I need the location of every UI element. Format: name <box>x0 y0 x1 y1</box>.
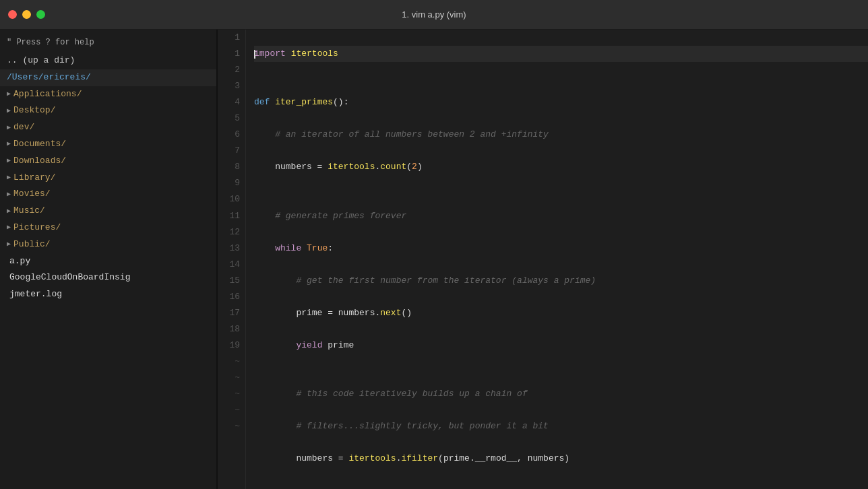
current-dir-label: /Users/ericreis/ <box>7 71 91 85</box>
dir-label: Public/ <box>13 238 51 252</box>
line-number: 6 <box>218 127 240 143</box>
arrow-icon: ▶ <box>7 239 11 250</box>
line-number: 2 <box>218 62 240 78</box>
arrow-icon: ▶ <box>7 139 11 150</box>
code-editor[interactable]: 1 1 2 3 4 5 6 7 8 9 10 11 12 13 14 15 16… <box>218 30 868 489</box>
line-number: 11 <box>218 208 240 224</box>
sidebar-item-documents[interactable]: ▶ Documents/ <box>0 136 216 153</box>
dir-label: Library/ <box>13 171 55 185</box>
dir-label: Applications/ <box>13 88 82 102</box>
arrow-icon: ▶ <box>7 89 11 100</box>
line-number: 9 <box>218 175 240 191</box>
sidebar-item-apy[interactable]: a.py <box>0 253 216 270</box>
line-number-tilde: ~ <box>218 418 240 434</box>
arrow-icon: ▶ <box>7 172 11 183</box>
code-line-9: prime = numbers.next() <box>254 305 868 321</box>
code-line-13: # filters...slightly tricky, but ponder … <box>254 418 868 434</box>
line-number: 19 <box>218 337 240 354</box>
sidebar-item-pictures[interactable]: ▶ Pictures/ <box>0 220 216 236</box>
sidebar-item-googlecloud[interactable]: GoogleCloudOnBoardInsig <box>0 269 216 286</box>
minimize-button[interactable] <box>22 10 31 19</box>
arrow-icon: ▶ <box>7 156 11 166</box>
arrow-icon: ▶ <box>7 189 11 200</box>
traffic-lights <box>8 10 45 19</box>
file-label: jmeter.log <box>9 288 62 302</box>
file-label: GoogleCloudOnBoardInsig <box>9 271 130 285</box>
line-number-tilde: ~ <box>218 402 240 418</box>
line-number: 12 <box>218 224 240 240</box>
line-number: 18 <box>218 321 240 337</box>
line-number: 1 <box>218 46 240 62</box>
code-line-10: yield prime <box>254 337 868 354</box>
arrow-icon: ▶ <box>7 106 11 117</box>
line-number: 13 <box>218 240 240 257</box>
code-line-4: numbers = itertools.count(2) <box>254 159 868 175</box>
line-number: 5 <box>218 110 240 127</box>
code-line-2: def iter_primes(): <box>254 94 868 110</box>
sidebar-item-desktop[interactable]: ▶ Desktop/ <box>0 102 216 119</box>
main-area: " Press ? for help .. (up a dir) /Users/… <box>0 30 868 489</box>
dir-label: Music/ <box>13 204 45 218</box>
code-line-1: import itertools <box>254 46 868 62</box>
dir-label: Desktop/ <box>13 104 55 118</box>
maximize-button[interactable] <box>36 10 45 19</box>
file-label: a.py <box>9 255 30 269</box>
code-line-14: numbers = itertools.ifilter(prime.__rmod… <box>254 451 868 467</box>
line-number: 10 <box>218 191 240 207</box>
sidebar-header: " Press ? for help <box>0 35 216 53</box>
sidebar-item-music[interactable]: ▶ Music/ <box>0 203 216 220</box>
sidebar-item-dev[interactable]: ▶ dev/ <box>0 119 216 136</box>
line-number: 14 <box>218 257 240 273</box>
arrow-icon: ▶ <box>7 222 11 233</box>
sidebar-item-jmeter[interactable]: jmeter.log <box>0 286 216 303</box>
line-number-tilde: ~ <box>218 370 240 386</box>
line-numbers-gutter: 1 1 2 3 4 5 6 7 8 9 10 11 12 13 14 15 16… <box>218 30 246 489</box>
line-number: 17 <box>218 305 240 321</box>
window-title: 1. vim a.py (vim) <box>402 9 466 20</box>
dir-label: Pictures/ <box>13 221 61 235</box>
code-lines[interactable]: import itertools def iter_primes(): # an… <box>246 30 868 489</box>
code-area: 1 1 2 3 4 5 6 7 8 9 10 11 12 13 14 15 16… <box>218 30 868 489</box>
sidebar-item-current-dir[interactable]: /Users/ericreis/ <box>0 69 216 86</box>
line-number: 4 <box>218 94 240 110</box>
dir-label: Documents/ <box>13 137 66 152</box>
close-button[interactable] <box>8 10 17 19</box>
dir-label: dev/ <box>13 121 34 135</box>
code-line-12: # this code iteratively builds up a chai… <box>254 386 868 402</box>
line-number: 7 <box>218 143 240 159</box>
line-number: 8 <box>218 159 240 175</box>
code-line-6: # generate primes forever <box>254 208 868 224</box>
line-number-tilde: ~ <box>218 354 240 370</box>
arrow-icon: ▶ <box>7 123 11 133</box>
code-line-7: while True: <box>254 240 868 257</box>
up-dir-label: .. (up a dir) <box>7 54 75 68</box>
dir-label: Movies/ <box>13 187 51 201</box>
titlebar: 1. vim a.py (vim) <box>0 0 868 30</box>
line-number: 1 <box>218 30 240 46</box>
line-number: 15 <box>218 273 240 289</box>
line-number: 3 <box>218 78 240 94</box>
line-number: 16 <box>218 289 240 305</box>
code-line-8: # get the first number from the iterator… <box>254 273 868 289</box>
dir-label: Downloads/ <box>13 154 66 168</box>
sidebar-item-applications[interactable]: ▶ Applications/ <box>0 86 216 103</box>
code-line-3: # an iterator of all numbers between 2 a… <box>254 127 868 143</box>
sidebar-item-up-dir[interactable]: .. (up a dir) <box>0 53 216 69</box>
sidebar-item-library[interactable]: ▶ Library/ <box>0 170 216 187</box>
file-explorer-sidebar: " Press ? for help .. (up a dir) /Users/… <box>0 30 217 489</box>
sidebar-item-public[interactable]: ▶ Public/ <box>0 236 216 253</box>
sidebar-item-downloads[interactable]: ▶ Downloads/ <box>0 153 216 170</box>
line-number-tilde: ~ <box>218 386 240 402</box>
sidebar-item-movies[interactable]: ▶ Movies/ <box>0 186 216 203</box>
arrow-icon: ▶ <box>7 206 11 217</box>
